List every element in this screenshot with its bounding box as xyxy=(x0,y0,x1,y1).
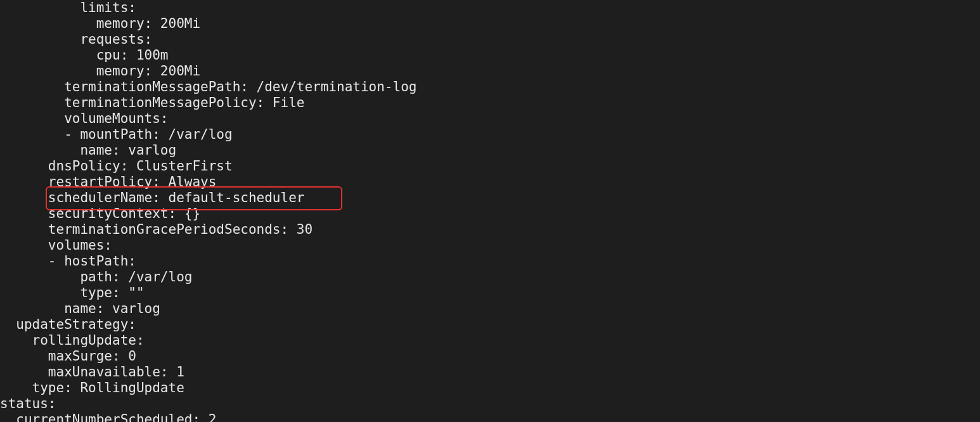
yaml-output: limits: memory: 200Mi requests: cpu: 100… xyxy=(0,0,980,422)
